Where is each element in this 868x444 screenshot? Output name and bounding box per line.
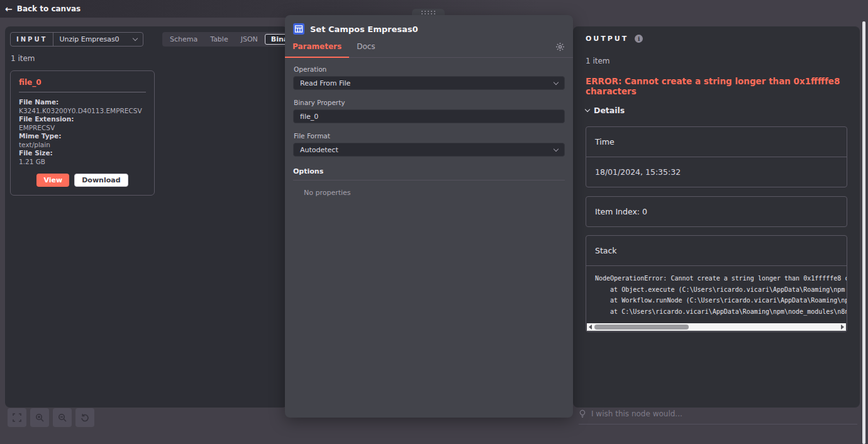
- input-panel: INPUT Unzip Empresas0 Schema Table JSON …: [5, 26, 287, 408]
- info-icon[interactable]: i: [635, 35, 643, 43]
- output-items-count: 1 item: [586, 57, 847, 65]
- tab-json[interactable]: JSON: [235, 35, 264, 44]
- details-label: Details: [594, 106, 625, 115]
- back-to-canvas-button[interactable]: ← Back to canvas: [5, 4, 81, 13]
- item-index-value: Item Index: 0: [586, 197, 847, 226]
- stack-card-title: Stack: [586, 236, 847, 265]
- zoom-in-button[interactable]: [30, 408, 49, 427]
- details-toggle[interactable]: Details: [586, 106, 847, 115]
- output-header: OUTPUT i: [586, 35, 847, 43]
- feedback-input[interactable]: [591, 409, 857, 418]
- input-view-tabs: Schema Table JSON Binary: [162, 32, 304, 47]
- binary-file-key: file_0: [19, 78, 146, 87]
- stack-line: at Workflow.runNode (C:\Users\ricardo.vi…: [595, 295, 838, 306]
- output-panel: OUTPUT i 1 item ERROR: Cannot create a s…: [573, 26, 860, 408]
- fit-view-button[interactable]: [8, 408, 26, 427]
- divider: [293, 180, 565, 180]
- operation-label: Operation: [294, 65, 565, 73]
- zoom-out-button[interactable]: [53, 408, 72, 427]
- modal-body: Operation Read From File Binary Property…: [285, 58, 573, 204]
- stack-card: Stack NodeOperationError: Cannot create …: [586, 235, 847, 332]
- time-card-value: 18/01/2024, 15:35:32: [586, 157, 847, 187]
- stack-line: at C:\Users\ricardo.vicari\AppData\Roami…: [595, 306, 838, 318]
- divider: [19, 92, 146, 92]
- modal-tabs: Parameters Docs: [285, 40, 573, 58]
- canvas-toolbar: [8, 408, 94, 427]
- binary-property-field: [293, 109, 565, 123]
- file-ext-value: EMPRECSV: [19, 124, 146, 133]
- options-section-label: Options: [293, 167, 565, 175]
- zoom-in-icon: [35, 413, 44, 422]
- chevron-down-icon: [585, 107, 590, 112]
- binary-file-card: file_0 File Name: K3241.K03200Y0.D40113.…: [10, 70, 155, 196]
- operation-value: Read From File: [300, 79, 350, 87]
- stack-line: NodeOperationError: Cannot create a stri…: [595, 273, 838, 284]
- input-source-dropdown[interactable]: Unzip Empresas0: [53, 33, 143, 46]
- file-card-buttons: View Download: [19, 174, 146, 187]
- time-card: Time 18/01/2024, 15:35:32: [586, 126, 847, 187]
- page-vertical-scrollbar[interactable]: [862, 21, 865, 444]
- node-title: Set Campos Empresas0: [310, 25, 418, 34]
- scroll-right-arrow-icon[interactable]: [841, 325, 844, 330]
- tab-docs[interactable]: Docs: [349, 40, 382, 57]
- file-format-value: Autodetect: [300, 146, 338, 154]
- file-ext-label: File Extension:: [19, 115, 146, 124]
- binary-property-label: Binary Property: [294, 99, 565, 106]
- mime-type-label: Mime Type:: [19, 132, 146, 141]
- tab-schema[interactable]: Schema: [164, 35, 203, 44]
- input-items-count: 1 item: [11, 54, 35, 63]
- chevron-down-icon: [554, 79, 559, 84]
- file-format-select[interactable]: Autodetect: [293, 143, 565, 157]
- node-feedback: [579, 409, 857, 425]
- options-empty-text: No properties: [304, 189, 565, 197]
- operation-select[interactable]: Read From File: [293, 76, 565, 90]
- lightbulb-icon: [579, 409, 586, 418]
- file-name-label: File Name:: [19, 98, 146, 107]
- file-size-value: 1.21 GB: [19, 158, 146, 167]
- node-settings-modal: Set Campos Empresas0 Parameters Docs Ope…: [285, 15, 573, 418]
- mime-type-value: text/plain: [19, 141, 146, 150]
- binary-property-input[interactable]: [300, 113, 558, 121]
- time-card-title: Time: [586, 127, 847, 157]
- stack-trace: NodeOperationError: Cannot create a stri…: [586, 265, 847, 318]
- file-size-label: File Size:: [19, 149, 146, 158]
- fit-view-icon: [13, 413, 21, 422]
- ndv-screen: ← Back to canvas INPUT Unzip Empresas0 S…: [0, 0, 868, 444]
- scrollbar-thumb[interactable]: [594, 325, 689, 330]
- reset-zoom-icon: [81, 413, 89, 422]
- tab-parameters[interactable]: Parameters: [285, 40, 349, 57]
- spreadsheet-grid-icon: [293, 23, 304, 35]
- chevron-down-icon: [554, 146, 559, 151]
- back-to-canvas-label: Back to canvas: [17, 4, 81, 13]
- input-source-value: Unzip Empresas0: [59, 35, 119, 43]
- input-source-selector: INPUT Unzip Empresas0: [10, 32, 143, 47]
- modal-header: Set Campos Empresas0: [285, 15, 573, 35]
- grip-dots-icon: [421, 11, 435, 12]
- scroll-left-arrow-icon[interactable]: [589, 325, 592, 330]
- file-name-value: K3241.K03200Y0.D40113.EMPRECSV: [19, 107, 146, 116]
- output-panel-label: OUTPUT: [586, 35, 628, 43]
- chevron-down-icon: [133, 36, 138, 41]
- stack-line: at Object.execute (C:\Users\ricardo.vica…: [595, 284, 838, 296]
- download-button[interactable]: Download: [74, 174, 128, 187]
- reset-zoom-button[interactable]: [75, 408, 94, 427]
- file-format-label: File Format: [294, 132, 565, 140]
- gear-icon[interactable]: [555, 42, 565, 52]
- error-message: ERROR: Cannot create a string longer tha…: [586, 76, 847, 96]
- zoom-out-icon: [58, 413, 67, 422]
- input-panel-label: INPUT: [11, 33, 53, 46]
- grip-dots-icon: [421, 13, 435, 14]
- tab-table[interactable]: Table: [204, 35, 233, 44]
- view-button[interactable]: View: [36, 174, 69, 187]
- item-index-card: Item Index: 0: [586, 196, 847, 227]
- stack-horizontal-scrollbar[interactable]: [587, 323, 846, 331]
- arrow-left-icon: ←: [5, 4, 13, 13]
